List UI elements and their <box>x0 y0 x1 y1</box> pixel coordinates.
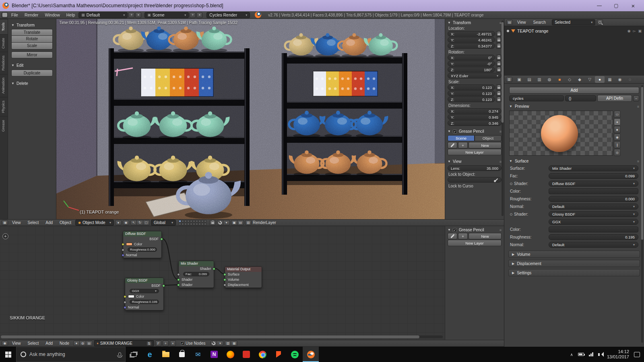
outliner-menu-search[interactable]: Search <box>530 20 549 25</box>
tab-render-layers[interactable]: ▤ <box>524 76 534 83</box>
manipulator-translate-button[interactable]: ↖ <box>130 220 137 225</box>
dim-x-field[interactable]: X:0.274 <box>448 108 502 114</box>
socket-value-input[interactable] <box>223 284 226 286</box>
diffuse-color-swatch[interactable] <box>549 188 638 194</box>
normal1-select[interactable]: Default▾ <box>549 204 638 210</box>
panel-grip-icon[interactable]: ≡ <box>637 105 639 109</box>
new-material-button[interactable]: + <box>163 340 169 346</box>
tab-particles[interactable]: ◉ <box>615 76 625 83</box>
mirror-button[interactable]: Mirror <box>11 51 53 58</box>
panel-header-edit[interactable]: ▼ Edit <box>11 63 53 68</box>
tab-physics[interactable]: Physics <box>0 97 8 116</box>
rotation-mode-select[interactable]: XYZ Euler▾ <box>448 73 502 78</box>
panel-header-grease-pencil[interactable]: ▼ ✓ Grease Pencil ≡ <box>448 129 502 134</box>
gp-add-button[interactable]: + <box>458 233 468 239</box>
gp-add-button[interactable]: + <box>458 142 468 148</box>
node-snap-button[interactable] <box>211 341 217 346</box>
scale-x-field[interactable]: X:0.123 <box>448 84 495 90</box>
add-scene-button[interactable]: + <box>190 12 196 18</box>
fake-user-button[interactable]: F <box>155 340 161 346</box>
taskbar-app-blender[interactable] <box>303 347 319 362</box>
panel-header-displacement[interactable]: ▶Displacement <box>508 260 640 267</box>
restrict-select-icon[interactable]: ▻ <box>633 29 636 33</box>
lock-icon[interactable] <box>496 97 502 102</box>
add-screen-button[interactable]: + <box>128 12 134 18</box>
viewport-shading-button[interactable]: ● <box>115 220 122 225</box>
properties-scrollbar[interactable] <box>641 85 643 343</box>
menu-file[interactable]: File <box>8 12 21 17</box>
diffuse-roughness-slider[interactable]: Roughness:0.000 <box>128 247 157 252</box>
roughness2-slider[interactable]: 0.195 <box>549 234 638 240</box>
node-menu-view[interactable]: View <box>9 341 24 346</box>
editor-type-node-button[interactable]: ◉ <box>2 341 8 346</box>
outliner-item-teapot-orange[interactable]: TEAPOT orange ◉ ▻ ▣ <box>507 28 642 34</box>
taskbar-app-spotify[interactable] <box>287 347 303 362</box>
delete-scene-button[interactable]: × <box>196 12 202 18</box>
lock-to-object-field[interactable] <box>448 177 502 183</box>
use-nodes-checkbox[interactable]: ✓ <box>180 341 184 346</box>
manipulator-rotate-button[interactable]: ↻ <box>137 220 143 225</box>
node-menu-select[interactable]: Select <box>25 341 42 346</box>
socket-shader-input[interactable] <box>177 284 180 286</box>
panel-header-delete[interactable]: ▼ Delete <box>11 81 53 86</box>
volume-icon[interactable] <box>598 353 600 356</box>
taskbar-app-red[interactable] <box>238 347 254 362</box>
node-menu-node[interactable]: Node <box>57 341 72 346</box>
scrollbar-thumb[interactable] <box>641 87 643 240</box>
panel-grip-icon[interactable]: ≡ <box>637 159 639 163</box>
socket-shader-input[interactable] <box>177 278 180 281</box>
taskbar-app-onenote[interactable]: N <box>206 347 222 362</box>
preview-flat-button[interactable]: ▭ <box>614 111 621 118</box>
battery-icon[interactable] <box>578 353 584 356</box>
lock-icon[interactable] <box>496 37 502 43</box>
rotation-y-field[interactable]: Y:-0° <box>448 61 495 66</box>
translate-button[interactable]: Translate <box>11 29 53 36</box>
lock-icon[interactable] <box>496 31 502 37</box>
gp-draw-button[interactable] <box>448 142 457 148</box>
panel-header-surface[interactable]: ▼ Surface ≡ <box>504 157 644 165</box>
tab-modifiers[interactable]: ◆ <box>575 76 584 83</box>
remove-property-button[interactable]: − <box>633 95 639 101</box>
cortana-search-box[interactable] <box>16 347 126 362</box>
outliner-filter-select[interactable]: Selected ▾ <box>552 19 595 25</box>
lock-icon[interactable] <box>496 55 502 60</box>
node-paste-button[interactable]: ▦ <box>231 341 237 346</box>
editor-type-button[interactable] <box>2 12 8 18</box>
dim-y-field[interactable]: Y:0.945 <box>448 114 502 120</box>
restrict-render-icon[interactable]: ▣ <box>638 29 642 33</box>
eyedropper-icon[interactable] <box>495 178 498 181</box>
grease-pencil-checkbox[interactable]: ✓ <box>453 228 457 232</box>
scale-button[interactable]: Scale <box>11 43 53 49</box>
duplicate-button[interactable]: Duplicate <box>11 70 53 76</box>
preview-hair-button[interactable]: ∥ <box>614 141 621 148</box>
glossy-color-swatch[interactable] <box>549 226 638 232</box>
tab-object[interactable]: ■ <box>555 76 564 83</box>
screen-layout-select[interactable]: ▦ Default ▾ <box>78 12 128 18</box>
microphone-icon[interactable] <box>118 352 121 356</box>
transform-orientation-select[interactable]: Global ▾ <box>151 220 176 226</box>
node-material-output[interactable]: Material Output Surface Volume Displacem… <box>225 266 262 288</box>
rotation-z-field[interactable]: Z:180° <box>448 67 495 72</box>
grease-pencil-checkbox[interactable]: ✓ <box>453 130 457 134</box>
taskbar-app-store[interactable] <box>174 347 190 362</box>
fac-slider[interactable]: 0.099 <box>549 173 638 179</box>
panel-header-settings[interactable]: ▶Settings <box>508 269 640 276</box>
surface-shader-select[interactable]: Mix Shader▾ <box>549 165 638 171</box>
shader-type-line-button[interactable]: ▤ <box>86 341 93 346</box>
gp-new-button[interactable]: New <box>469 142 502 148</box>
location-x-field[interactable]: X:-2.49721 <box>448 31 495 37</box>
network-icon[interactable] <box>589 352 593 356</box>
shader-type-object-button[interactable]: ● <box>73 341 80 346</box>
gp-object-toggle[interactable]: Object <box>475 135 502 141</box>
location-y-field[interactable]: Y:4.46241 <box>448 37 495 43</box>
users-count-badge[interactable]: 5 <box>147 341 151 346</box>
render-viewport[interactable]: Time:00:31.95 | Remaining:00:36.21 | Mem… <box>56 19 445 219</box>
taskbar-app-file-explorer[interactable] <box>158 347 174 362</box>
glossy-color-swatch[interactable] <box>128 295 134 298</box>
node-mix-shader[interactable]: Mix Shader Shader Fac:0.099 Shader Shade… <box>178 261 214 288</box>
lock-icon[interactable] <box>496 61 502 66</box>
maximize-button[interactable]: ▢ <box>608 0 625 11</box>
socket-color-input[interactable] <box>122 243 124 246</box>
api-defined-button[interactable]: API Defin <box>597 95 632 102</box>
menu-help[interactable]: Help <box>64 12 78 17</box>
